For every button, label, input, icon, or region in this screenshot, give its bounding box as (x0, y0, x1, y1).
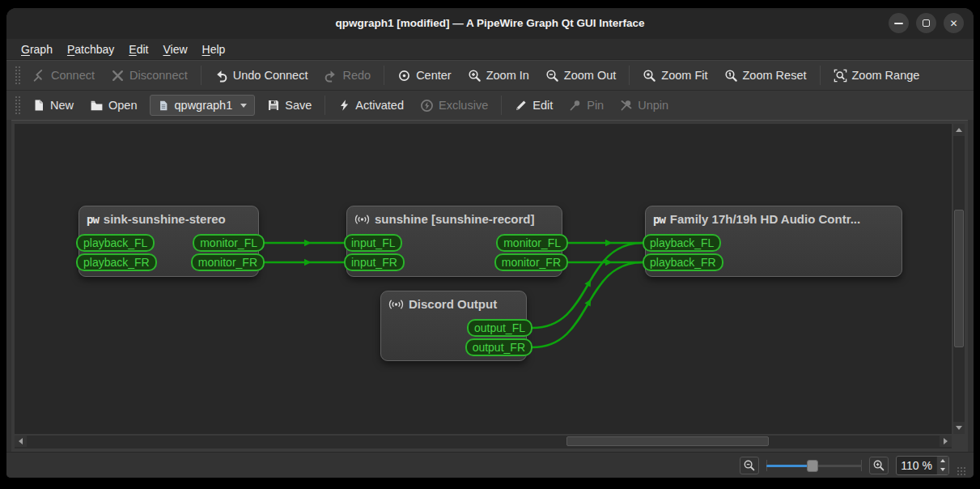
port-playback_FR[interactable]: playback_FR (643, 253, 723, 271)
patchbay-file-icon (158, 100, 169, 112)
port-monitor_FL[interactable]: monitor_FL (193, 234, 265, 252)
port-playback_FL[interactable]: playback_FL (76, 234, 155, 252)
port-playback_FL[interactable]: playback_FL (643, 234, 721, 252)
toolbar-drag-handle[interactable] (15, 66, 20, 85)
zoom-slider[interactable] (766, 457, 862, 474)
zoom-fit-icon (643, 69, 656, 83)
disconnect-button[interactable]: Disconnect (104, 64, 195, 87)
pin-icon (569, 99, 582, 112)
toolbar-separator (384, 66, 384, 85)
patchbay-selector[interactable]: qpwgraph1 (150, 95, 256, 116)
port-monitor_FR[interactable]: monitor_FR (494, 253, 568, 271)
save-icon (267, 99, 280, 112)
menu-graph[interactable]: Graph (14, 40, 60, 59)
node-title-text: Family 17h/19h HD Audio Contr... (670, 212, 860, 226)
status-zoom-in-button[interactable] (869, 457, 889, 474)
wire-arrow-icon (304, 259, 312, 266)
activated-button[interactable]: Activated (331, 94, 411, 117)
zoom-in-icon (872, 459, 885, 472)
connect-button[interactable]: Connect (25, 64, 102, 87)
new-button[interactable]: New (25, 94, 81, 117)
window-controls: ✕ (889, 13, 964, 33)
toolbar-separator (629, 66, 630, 85)
node-sunshine[interactable]: sunshine [sunshine-record]input_FLinput_… (346, 206, 562, 277)
save-button[interactable]: Save (260, 94, 319, 117)
scroll-right-icon (944, 438, 948, 444)
zoom-value[interactable]: 110 % (897, 457, 936, 474)
undo-connect-button[interactable]: Undo Connect (207, 64, 316, 87)
scroll-left-button[interactable] (15, 436, 27, 447)
status-zoom-out-button[interactable] (740, 457, 759, 474)
spin-up-button[interactable] (937, 457, 948, 466)
zoom-range-button[interactable]: Zoom Range (826, 64, 927, 87)
port-input_FR[interactable]: input_FR (344, 253, 405, 271)
menu-edit[interactable]: Edit (121, 40, 155, 59)
port-output_FL[interactable]: output_FL (467, 319, 532, 337)
pipewire-icon: pw (653, 213, 665, 226)
zoom-spinbox[interactable]: 110 % (896, 456, 949, 475)
port-input_FL[interactable]: input_FL (344, 234, 402, 252)
canvas-frame: pwsink-sunshine-stereoplayback_FLplaybac… (11, 120, 968, 452)
center-icon (397, 69, 411, 83)
node-title-text: Discord Output (409, 297, 497, 311)
unpin-icon (620, 99, 633, 112)
scroll-down-button[interactable] (953, 422, 965, 434)
toolbar-drag-handle[interactable] (15, 96, 20, 115)
zoom-in-button[interactable]: Zoom In (460, 64, 537, 87)
close-button[interactable]: ✕ (944, 13, 964, 33)
unpin-button[interactable]: Unpin (613, 94, 676, 117)
maximize-button[interactable] (916, 13, 936, 33)
redo-button[interactable]: Redo (316, 64, 378, 87)
port-playback_FR[interactable]: playback_FR (76, 253, 157, 271)
zoom-out-icon (545, 69, 559, 83)
port-monitor_FR[interactable]: monitor_FR (191, 253, 265, 271)
activated-icon (338, 99, 350, 112)
node-sink[interactable]: pwsink-sunshine-stereoplayback_FLplaybac… (78, 206, 259, 277)
pin-button[interactable]: Pin (562, 94, 611, 117)
edit-pencil-icon (515, 99, 528, 112)
minimize-button[interactable] (889, 13, 909, 33)
scroll-right-button[interactable] (940, 436, 952, 447)
zoom-out-button[interactable]: Zoom Out (538, 64, 623, 87)
menu-patchbay[interactable]: Patchbay (60, 40, 121, 59)
open-button[interactable]: Open (83, 94, 144, 117)
menu-view[interactable]: View (155, 40, 194, 59)
node-title: pwFamily 17h/19h HD Audio Contr... (646, 206, 902, 226)
horizontal-scrollbar-thumb[interactable] (566, 436, 769, 446)
wire-arrow-icon (584, 278, 594, 287)
scrollbar-corner (952, 434, 965, 449)
statusbar: 110 % (6, 452, 974, 478)
titlebar[interactable]: qpwgraph1 [modified] — A PipeWire Graph … (6, 8, 974, 39)
scroll-down-icon (956, 426, 962, 430)
zoom-reset-button[interactable]: Zoom Reset (717, 64, 814, 87)
maximize-icon (923, 19, 930, 27)
port-output_FR[interactable]: output_FR (465, 338, 532, 356)
connect-icon (32, 69, 46, 83)
zoom-slider-handle[interactable] (807, 460, 818, 472)
vertical-scrollbar[interactable] (953, 124, 965, 434)
node-family[interactable]: pwFamily 17h/19h HD Audio Contr...playba… (645, 206, 902, 277)
graph-canvas[interactable]: pwsink-sunshine-stereoplayback_FLplaybac… (15, 124, 952, 434)
edit-button[interactable]: Edit (507, 94, 560, 117)
exclusive-icon (420, 99, 434, 113)
toolbar-separator (325, 96, 325, 115)
scroll-left-icon (19, 438, 23, 444)
menu-help[interactable]: Help (195, 40, 233, 59)
zoom-fit-button[interactable]: Zoom Fit (635, 64, 715, 87)
zoom-in-icon (468, 69, 482, 83)
spin-down-icon (940, 468, 945, 471)
menubar: Graph Patchbay Edit View Help (6, 39, 974, 60)
stream-icon (388, 298, 404, 311)
center-button[interactable]: Center (390, 64, 459, 87)
node-title-text: sunshine [sunshine-record] (375, 212, 535, 226)
connection-wires (15, 124, 952, 434)
exclusive-button[interactable]: Exclusive (413, 94, 495, 117)
resize-grip[interactable] (957, 466, 965, 475)
node-discord[interactable]: Discord Outputoutput_FLoutput_FR (380, 291, 527, 361)
port-monitor_FL[interactable]: monitor_FL (496, 234, 568, 252)
horizontal-scrollbar[interactable] (15, 436, 952, 449)
new-file-icon (32, 99, 45, 112)
spin-down-button[interactable] (937, 466, 948, 474)
scroll-up-button[interactable] (953, 124, 965, 136)
vertical-scrollbar-thumb[interactable] (954, 210, 964, 347)
